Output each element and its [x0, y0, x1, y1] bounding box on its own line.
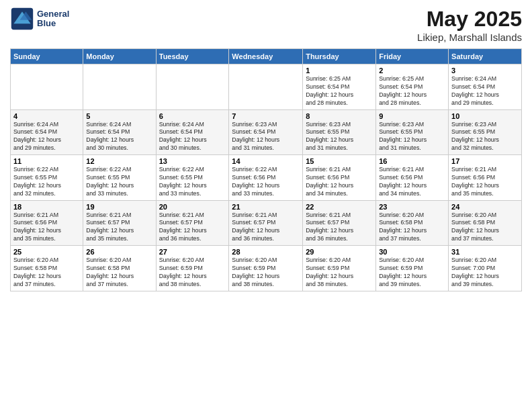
day-info: Sunrise: 6:23 AM Sunset: 6:55 PM Dayligh… — [379, 121, 445, 153]
day-info: Sunrise: 6:21 AM Sunset: 6:56 PM Dayligh… — [13, 212, 80, 244]
day-number: 16 — [379, 157, 445, 165]
calendar-cell: 4Sunrise: 6:24 AM Sunset: 6:54 PM Daylig… — [11, 109, 83, 155]
calendar-cell: 21Sunrise: 6:21 AM Sunset: 6:57 PM Dayli… — [229, 200, 303, 246]
day-number: 18 — [13, 203, 80, 211]
day-number: 29 — [306, 248, 373, 256]
calendar-cell: 18Sunrise: 6:21 AM Sunset: 6:56 PM Dayli… — [11, 200, 83, 246]
day-number: 13 — [159, 157, 226, 165]
day-info: Sunrise: 6:20 AM Sunset: 6:59 PM Dayligh… — [379, 257, 445, 289]
calendar-cell: 6Sunrise: 6:24 AM Sunset: 6:54 PM Daylig… — [156, 109, 229, 155]
day-number: 15 — [306, 157, 373, 165]
calendar-cell: 8Sunrise: 6:23 AM Sunset: 6:55 PM Daylig… — [303, 109, 376, 155]
day-info: Sunrise: 6:21 AM Sunset: 6:57 PM Dayligh… — [306, 212, 373, 244]
calendar-cell: 10Sunrise: 6:23 AM Sunset: 6:55 PM Dayli… — [449, 109, 522, 155]
calendar-cell: 3Sunrise: 6:24 AM Sunset: 6:54 PM Daylig… — [449, 64, 522, 110]
header: General Blue May 2025 Likiep, Marshall I… — [10, 7, 522, 43]
day-info: Sunrise: 6:21 AM Sunset: 6:57 PM Dayligh… — [86, 212, 152, 244]
day-info: Sunrise: 6:20 AM Sunset: 6:58 PM Dayligh… — [451, 212, 519, 244]
calendar-cell: 22Sunrise: 6:21 AM Sunset: 6:57 PM Dayli… — [303, 200, 376, 246]
day-number: 9 — [379, 112, 445, 120]
day-number: 10 — [451, 112, 519, 120]
day-number: 26 — [86, 248, 152, 256]
day-info: Sunrise: 6:24 AM Sunset: 6:54 PM Dayligh… — [159, 121, 226, 153]
calendar-cell: 1Sunrise: 6:25 AM Sunset: 6:54 PM Daylig… — [303, 64, 376, 110]
calendar-cell: 9Sunrise: 6:23 AM Sunset: 6:55 PM Daylig… — [376, 109, 449, 155]
day-info: Sunrise: 6:21 AM Sunset: 6:56 PM Dayligh… — [306, 166, 373, 198]
calendar-cell: 16Sunrise: 6:21 AM Sunset: 6:56 PM Dayli… — [376, 155, 449, 201]
calendar-cell: 17Sunrise: 6:21 AM Sunset: 6:56 PM Dayli… — [449, 155, 522, 201]
day-info: Sunrise: 6:21 AM Sunset: 6:56 PM Dayligh… — [451, 166, 519, 198]
calendar-cell — [11, 64, 83, 110]
day-info: Sunrise: 6:21 AM Sunset: 6:56 PM Dayligh… — [379, 166, 445, 198]
calendar-week-1: 1Sunrise: 6:25 AM Sunset: 6:54 PM Daylig… — [11, 64, 522, 110]
day-number: 4 — [13, 112, 80, 120]
calendar-cell — [229, 64, 303, 110]
day-number: 31 — [451, 248, 519, 256]
day-number: 7 — [232, 112, 300, 120]
day-number: 12 — [86, 157, 152, 165]
day-number: 25 — [13, 248, 80, 256]
logo-text: General Blue — [37, 9, 69, 29]
weekday-header-wednesday: Wednesday — [229, 49, 303, 64]
day-info: Sunrise: 6:24 AM Sunset: 6:54 PM Dayligh… — [451, 75, 519, 107]
title-block: May 2025 Likiep, Marshall Islands — [417, 7, 522, 43]
calendar-cell: 13Sunrise: 6:22 AM Sunset: 6:55 PM Dayli… — [156, 155, 229, 201]
day-number: 17 — [451, 157, 519, 165]
calendar-cell: 15Sunrise: 6:21 AM Sunset: 6:56 PM Dayli… — [303, 155, 376, 201]
day-number: 1 — [306, 66, 373, 75]
day-info: Sunrise: 6:21 AM Sunset: 6:57 PM Dayligh… — [159, 212, 226, 244]
day-info: Sunrise: 6:23 AM Sunset: 6:55 PM Dayligh… — [451, 121, 519, 153]
logo-line2: Blue — [37, 19, 69, 28]
main-title: May 2025 — [417, 7, 522, 32]
weekday-header-monday: Monday — [83, 49, 156, 64]
day-info: Sunrise: 6:24 AM Sunset: 6:54 PM Dayligh… — [13, 121, 80, 153]
weekday-header-row: SundayMondayTuesdayWednesdayThursdayFrid… — [11, 49, 522, 64]
day-info: Sunrise: 6:20 AM Sunset: 6:58 PM Dayligh… — [379, 212, 445, 244]
calendar-cell: 28Sunrise: 6:20 AM Sunset: 6:59 PM Dayli… — [229, 246, 303, 291]
day-info: Sunrise: 6:20 AM Sunset: 6:59 PM Dayligh… — [306, 257, 373, 289]
day-number: 19 — [86, 203, 152, 211]
calendar-cell — [83, 64, 156, 110]
calendar-cell: 30Sunrise: 6:20 AM Sunset: 6:59 PM Dayli… — [376, 246, 449, 291]
calendar-cell: 24Sunrise: 6:20 AM Sunset: 6:58 PM Dayli… — [449, 200, 522, 246]
day-info: Sunrise: 6:25 AM Sunset: 6:54 PM Dayligh… — [306, 75, 373, 107]
weekday-header-sunday: Sunday — [11, 49, 83, 64]
day-info: Sunrise: 6:22 AM Sunset: 6:55 PM Dayligh… — [86, 166, 152, 198]
logo-icon — [10, 7, 34, 31]
day-info: Sunrise: 6:20 AM Sunset: 6:58 PM Dayligh… — [86, 257, 152, 289]
weekday-header-thursday: Thursday — [303, 49, 376, 64]
day-number: 30 — [379, 248, 445, 256]
day-info: Sunrise: 6:22 AM Sunset: 6:55 PM Dayligh… — [13, 166, 80, 198]
calendar-cell: 26Sunrise: 6:20 AM Sunset: 6:58 PM Dayli… — [83, 246, 156, 291]
day-number: 27 — [159, 248, 226, 256]
calendar-cell — [156, 64, 229, 110]
logo: General Blue — [10, 7, 69, 31]
day-info: Sunrise: 6:20 AM Sunset: 7:00 PM Dayligh… — [451, 257, 519, 289]
calendar-cell: 29Sunrise: 6:20 AM Sunset: 6:59 PM Dayli… — [303, 246, 376, 291]
calendar-week-2: 4Sunrise: 6:24 AM Sunset: 6:54 PM Daylig… — [11, 109, 522, 155]
weekday-header-saturday: Saturday — [449, 49, 522, 64]
day-number: 22 — [306, 203, 373, 211]
page: General Blue May 2025 Likiep, Marshall I… — [0, 0, 532, 411]
day-info: Sunrise: 6:20 AM Sunset: 6:59 PM Dayligh… — [232, 257, 300, 289]
day-number: 3 — [451, 66, 519, 75]
calendar-cell: 31Sunrise: 6:20 AM Sunset: 7:00 PM Dayli… — [449, 246, 522, 291]
day-info: Sunrise: 6:21 AM Sunset: 6:57 PM Dayligh… — [232, 212, 300, 244]
day-info: Sunrise: 6:24 AM Sunset: 6:54 PM Dayligh… — [86, 121, 152, 153]
calendar-week-4: 18Sunrise: 6:21 AM Sunset: 6:56 PM Dayli… — [11, 200, 522, 246]
calendar-cell: 5Sunrise: 6:24 AM Sunset: 6:54 PM Daylig… — [83, 109, 156, 155]
calendar-cell: 27Sunrise: 6:20 AM Sunset: 6:59 PM Dayli… — [156, 246, 229, 291]
day-number: 14 — [232, 157, 300, 165]
weekday-header-friday: Friday — [376, 49, 449, 64]
day-info: Sunrise: 6:25 AM Sunset: 6:54 PM Dayligh… — [379, 75, 445, 107]
day-info: Sunrise: 6:20 AM Sunset: 6:58 PM Dayligh… — [13, 257, 80, 289]
day-info: Sunrise: 6:23 AM Sunset: 6:54 PM Dayligh… — [232, 121, 300, 153]
calendar-cell: 11Sunrise: 6:22 AM Sunset: 6:55 PM Dayli… — [11, 155, 83, 201]
calendar-week-5: 25Sunrise: 6:20 AM Sunset: 6:58 PM Dayli… — [11, 246, 522, 291]
calendar-cell: 12Sunrise: 6:22 AM Sunset: 6:55 PM Dayli… — [83, 155, 156, 201]
day-info: Sunrise: 6:22 AM Sunset: 6:55 PM Dayligh… — [159, 166, 226, 198]
calendar-cell: 14Sunrise: 6:22 AM Sunset: 6:56 PM Dayli… — [229, 155, 303, 201]
day-number: 28 — [232, 248, 300, 256]
subtitle: Likiep, Marshall Islands — [417, 32, 522, 43]
day-info: Sunrise: 6:23 AM Sunset: 6:55 PM Dayligh… — [306, 121, 373, 153]
